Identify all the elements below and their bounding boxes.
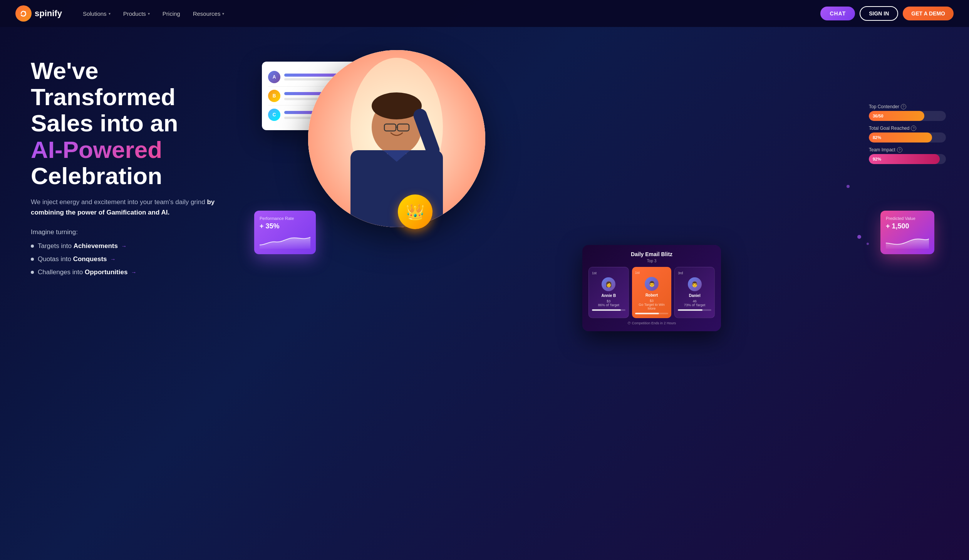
blitz-player-1: 1st 👩 Annie B $3 86% of Target: [588, 267, 629, 318]
navbar: spinify Solutions ▾ Products ▾ Pricing R…: [0, 0, 969, 27]
avatar-1: A: [268, 71, 280, 83]
predicted-value-card: Predicted Value + 1,500: [880, 211, 934, 254]
brand-name: spinify: [35, 8, 62, 18]
bullet-list: Targets into Achievements → Quotas into …: [31, 242, 246, 276]
info-icon-2: ?: [911, 126, 916, 131]
performance-rate-card: Performance Rate + 35%: [254, 211, 316, 254]
bullet-opportunities: Challenges into Opportunities →: [31, 268, 246, 276]
hero-right: A B C: [246, 50, 946, 339]
signin-button[interactable]: SIGN IN: [860, 6, 898, 21]
arrow-icon-1: →: [121, 243, 127, 249]
bullet-dot-2: [31, 258, 34, 261]
deco-dot-3: [847, 185, 850, 188]
arrow-icon-3: →: [131, 269, 136, 275]
crown-badge: 👑: [398, 194, 433, 229]
logo[interactable]: spinify: [15, 5, 62, 22]
blitz-players: 1st 👩 Annie B $3 86% of Target 1st 👨 Rob…: [588, 267, 715, 318]
blitz-player-2: 1st 👨 Robert $3 Go Target to Win More: [632, 267, 672, 318]
nav-solutions[interactable]: Solutions ▾: [77, 7, 116, 20]
nav-products[interactable]: Products ▾: [118, 7, 155, 20]
solutions-chevron-icon: ▾: [109, 12, 111, 16]
bullet-conquests: Quotas into Conquests →: [31, 255, 246, 263]
player-avatar-2: 👨: [645, 277, 659, 291]
hero-title: We've Transformed Sales into an AI-Power…: [31, 58, 246, 189]
bullet-achievements: Targets into Achievements →: [31, 242, 246, 250]
resources-chevron-icon: ▾: [222, 12, 224, 16]
info-icon-1: ?: [901, 104, 906, 109]
hero-highlight: AI-Powered: [31, 136, 162, 163]
stat-bar-3: 92%: [869, 154, 940, 164]
hero-subtitle: We inject energy and excitement into you…: [31, 197, 216, 218]
stat-total-goal: Total Goal Reached ? 82%: [869, 126, 946, 143]
nav-resources[interactable]: Resources ▾: [188, 7, 230, 20]
avatar-2: B: [268, 90, 280, 102]
chat-button[interactable]: CHAT: [820, 7, 855, 20]
player-avatar-3: 👨: [688, 277, 702, 291]
bullet-dot-3: [31, 271, 34, 274]
stat-team-impact: Team Impact ? 92%: [869, 147, 946, 164]
performance-wave-chart: [260, 233, 310, 249]
hero-circle-image: [308, 50, 485, 227]
get-demo-button[interactable]: GET A DEMO: [903, 7, 954, 20]
nav-pricing[interactable]: Pricing: [157, 7, 186, 20]
avatar-3: C: [268, 109, 280, 121]
products-chevron-icon: ▾: [148, 12, 150, 16]
stats-panel: Top Contender ? 36/50 Total Goal Reached…: [869, 104, 946, 169]
nav-links: Solutions ▾ Products ▾ Pricing Resources…: [77, 7, 816, 20]
stat-bar-2: 82%: [869, 132, 932, 143]
hero-left: We've Transformed Sales into an AI-Power…: [31, 50, 246, 276]
predicted-wave-chart: [886, 233, 929, 249]
player-avatar-1: 👩: [602, 277, 615, 291]
nav-actions: CHAT SIGN IN GET A DEMO: [820, 6, 954, 21]
arrow-icon-2: →: [110, 256, 116, 262]
daily-email-blitz-card: Daily Email Blitz Top 3 1st 👩 Annie B $3…: [582, 245, 721, 331]
stat-top-contender: Top Contender ? 36/50: [869, 104, 946, 121]
stat-bar-1: 36/50: [869, 111, 924, 121]
hero-section: We've Transformed Sales into an AI-Power…: [0, 27, 969, 560]
logo-icon: [15, 5, 32, 22]
deco-dot-2: [867, 243, 869, 245]
imagine-label: Imagine turning:: [31, 228, 246, 236]
blitz-player-3: 3rd 👨 Daniel 46 73% of Target: [674, 267, 715, 318]
deco-dot-1: [857, 235, 861, 239]
svg-point-0: [24, 11, 26, 13]
info-icon-3: ?: [897, 147, 902, 153]
bullet-dot-1: [31, 245, 34, 248]
